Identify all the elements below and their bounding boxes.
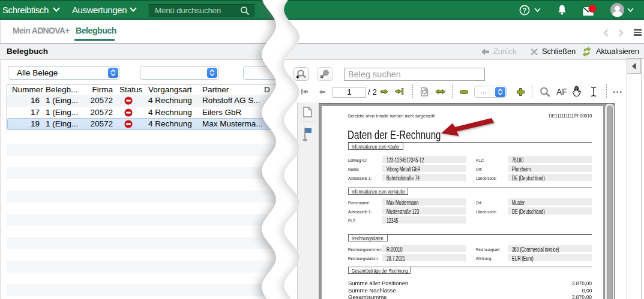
svg-text:?: ? [523,7,527,14]
